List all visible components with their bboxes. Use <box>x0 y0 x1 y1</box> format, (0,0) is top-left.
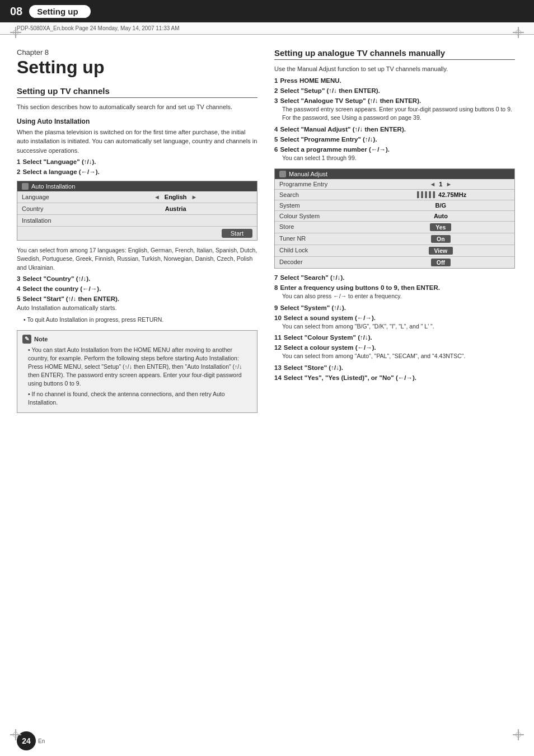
ma-value-childlock: View <box>372 247 510 255</box>
ma-label-decoder: Decoder <box>279 259 372 266</box>
right-step-1: 1 Press HOME MENU. <box>274 77 515 84</box>
auto-install-title-bar: Auto Installation <box>17 181 257 191</box>
right-step-text-4: Select "Manual Adjust" (↑/↓ then ENTER). <box>280 126 406 133</box>
chapter-label: Chapter 8 <box>17 48 257 57</box>
lang-arrow-left: ◄ <box>154 194 160 200</box>
right-step-text-9: Select "System" (↑/↓). <box>280 304 346 311</box>
ma-childlock-highlight: View <box>429 247 453 255</box>
ma-icon <box>279 171 286 177</box>
ma-row-childlock: Child Lock View <box>275 245 514 257</box>
right-step-text-11: Select "Colour System" (↑/↓). <box>284 334 372 341</box>
ma-label-search: Search <box>279 191 372 198</box>
ma-row-search: Search ▐▐▐▐▐ 42.75MHz <box>275 190 514 200</box>
ma-decoder-highlight: Off <box>431 259 451 266</box>
step-3: 3 Select "Country" (↑/↓). <box>17 275 257 282</box>
filepath-bar: PDP-5080XA_En.book Page 24 Monday, May 1… <box>0 22 534 35</box>
step-text-1: Select "Language" (↑/↓). <box>22 158 96 165</box>
right-step-num-4: 4 <box>274 126 278 133</box>
right-step-text-8: Enter a frequency using buttons 0 to 9, … <box>280 284 440 291</box>
auto-starts-text: Auto Installation automatically starts. <box>17 303 257 313</box>
right-step-6-note: You can select 1 through 99. <box>282 154 515 163</box>
right-step-6: 6 Select a programme number (←/→). <box>274 146 515 153</box>
sub-heading-auto-install: Using Auto Installation <box>17 118 257 125</box>
step-num-3: 3 <box>17 275 20 282</box>
ma-row-tunernr: Tuner NR On <box>275 233 514 245</box>
ma-value-system: B/G <box>372 202 510 209</box>
ma-value-store: Yes <box>372 223 510 231</box>
left-intro: This section describes how to automatica… <box>17 102 257 112</box>
ma-search-freq: 42.75MHz <box>438 191 466 198</box>
prog-arrow-right: ► <box>446 181 452 187</box>
lang-label: Language <box>22 194 99 200</box>
corner-bl <box>10 729 21 740</box>
right-step-num-12: 12 <box>274 344 282 351</box>
ma-label-programme: Programme Entry <box>279 181 372 187</box>
right-step-10: 10 Select a sound system (←/→). <box>274 314 515 321</box>
ma-label-tunernr: Tuner NR <box>279 235 372 243</box>
right-step-num-6: 6 <box>274 146 278 153</box>
languages-note: You can select from among 17 languages: … <box>17 246 257 272</box>
right-step-num-9: 9 <box>274 304 278 311</box>
right-step-3-note: The password entry screen appears. Enter… <box>282 105 515 123</box>
ma-tunernr-highlight: On <box>431 235 451 243</box>
right-step-8-note: You can also press ←/→ to enter a freque… <box>282 292 515 301</box>
ma-label-colour: Colour System <box>279 213 372 219</box>
ma-value-tunernr: On <box>372 235 510 243</box>
right-step-num-11: 11 <box>274 334 282 341</box>
page-lang: En <box>38 738 45 744</box>
auto-install-row-language: Language ◄ English ► <box>17 191 257 203</box>
right-step-13: 13 Select "Store" (↑/↓). <box>274 364 515 371</box>
right-column: Setting up analogue TV channels manually… <box>274 48 515 419</box>
note-label: Note <box>34 336 48 342</box>
ma-store-highlight: Yes <box>430 223 451 231</box>
right-step-num-2: 2 <box>274 87 278 94</box>
right-step-9: 9 Select "System" (↑/↓). <box>274 304 515 311</box>
start-button: Start <box>222 229 252 238</box>
right-step-text-2: Select "Setup" (↑/↓ then ENTER). <box>280 87 380 94</box>
corner-tr <box>513 27 524 38</box>
right-step-text-7: Select "Search" (↑/↓). <box>280 274 344 281</box>
ma-row-decoder: Decoder Off <box>275 257 514 268</box>
step-text-3: Select "Country" (↑/↓). <box>22 275 90 282</box>
right-step-text-1: Press HOME MENU. <box>280 77 341 84</box>
ma-label-childlock: Child Lock <box>279 247 372 255</box>
right-step-num-10: 10 <box>274 314 282 321</box>
note-box: ✎ Note You can start Auto Installation f… <box>17 330 257 414</box>
prog-value-text: 1 <box>439 181 442 187</box>
auto-install-row-country: Country Austria <box>17 203 257 215</box>
ma-value-programme: ◄ 1 ► <box>372 181 510 187</box>
note-bullet-2: If no channel is found, check the antenn… <box>22 390 252 407</box>
country-value: Austria <box>99 205 252 212</box>
right-step-text-3: Select "Analogue TV Setup" (↑/↓ then ENT… <box>280 97 421 104</box>
manual-adjust-box: Manual Adjust Programme Entry ◄ 1 ► Sear… <box>274 168 515 269</box>
ma-value-decoder: Off <box>372 259 510 266</box>
main-content: Chapter 8 Setting up Setting up TV chann… <box>0 35 534 432</box>
ma-label-system: System <box>279 202 372 209</box>
ma-value-search: ▐▐▐▐▐ 42.75MHz <box>372 191 510 198</box>
right-step-num-1: 1 <box>274 77 278 84</box>
installation-label: Installation <box>22 217 99 224</box>
installation-value <box>99 217 252 224</box>
start-row: Start <box>17 227 257 240</box>
right-step-text-5: Select "Programme Entry" (↑/↓). <box>280 136 377 143</box>
step-text-2: Select a language (←/→). <box>22 168 99 175</box>
right-step-12-note: You can select from among "Auto", "PAL",… <box>282 352 515 361</box>
right-step-text-6: Select a programme number (←/→). <box>280 146 390 153</box>
note-icon: ✎ <box>22 335 31 344</box>
right-step-num-5: 5 <box>274 136 278 143</box>
right-step-text-12: Select a colour system (←/→). <box>284 344 376 351</box>
step-num-5: 5 <box>17 295 20 302</box>
filepath-text: PDP-5080XA_En.book Page 24 Monday, May 1… <box>17 25 180 31</box>
right-step-14: 14 Select "Yes", "Yes (Listed)", or "No"… <box>274 374 515 381</box>
ma-row-programme: Programme Entry ◄ 1 ► <box>275 179 514 190</box>
right-step-8: 8 Enter a frequency using buttons 0 to 9… <box>274 284 515 291</box>
right-step-4: 4 Select "Manual Adjust" (↑/↓ then ENTER… <box>274 126 515 133</box>
section-heading-right: Setting up analogue TV channels manually <box>274 48 515 60</box>
chapter-number: 08 <box>10 5 22 18</box>
right-step-text-13: Select "Store" (↑/↓). <box>284 364 343 371</box>
right-step-num-7: 7 <box>274 274 278 281</box>
country-label: Country <box>22 205 99 212</box>
step-5: 5 Select "Start" (↑/↓ then ENTER). <box>17 295 257 302</box>
ma-row-colour: Colour System Auto <box>275 211 514 222</box>
corner-tl <box>10 27 21 38</box>
